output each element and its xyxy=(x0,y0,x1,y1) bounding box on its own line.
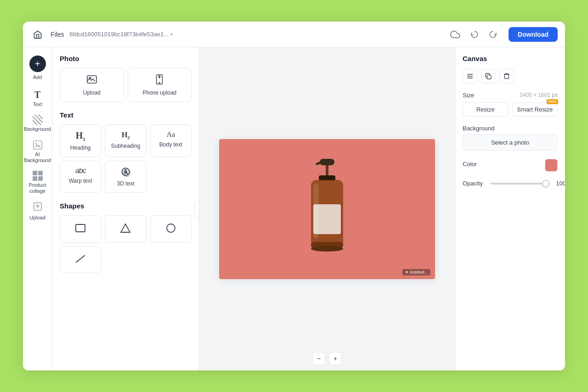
warp-text-tool-card[interactable]: abc Warp text xyxy=(60,161,101,193)
panel-collapse-handle[interactable]: ‹ xyxy=(194,201,199,217)
right-panel: Canvas xyxy=(455,47,565,370)
background-label: Background xyxy=(463,125,558,132)
phone-upload-icon xyxy=(154,74,164,87)
text-section: Text H1 Heading H2 Subheading Aa Body te… xyxy=(60,111,192,193)
line-icon xyxy=(75,254,86,265)
opacity-slider[interactable] xyxy=(490,183,549,185)
body-text-tool-label: Body text xyxy=(159,141,182,148)
upload-tool-label: Upload xyxy=(83,90,101,96)
body-text-tool-card[interactable]: Aa Body text xyxy=(150,124,192,157)
product-collage-icon xyxy=(33,171,43,181)
svg-rect-20 xyxy=(487,75,491,79)
photo-section-title: Photo xyxy=(60,55,192,62)
sidebar-item-label-upload: Upload xyxy=(29,215,45,221)
ai-background-icon xyxy=(33,140,43,150)
heading-tool-label: Heading xyxy=(70,145,91,151)
canvas-action-buttons xyxy=(463,69,558,84)
download-button[interactable]: Download xyxy=(509,27,558,42)
redo-button[interactable] xyxy=(486,28,499,41)
add-icon: + xyxy=(29,56,46,72)
sidebar-item-upload[interactable]: Upload xyxy=(25,199,51,224)
svg-point-6 xyxy=(159,82,160,83)
size-value: 2400 × 1601 px xyxy=(520,92,558,98)
sidebar-item-product-collage[interactable]: Product collage xyxy=(25,168,51,197)
text-icon: T xyxy=(34,90,40,100)
left-sidebar: + Add T Text Background AI Bac xyxy=(23,47,52,370)
svg-rect-12 xyxy=(326,163,328,177)
cloud-icon[interactable] xyxy=(448,27,463,42)
3d-text-tool-card[interactable]: Ⓐ 3D text xyxy=(105,161,146,193)
heading-icon: H1 xyxy=(76,130,85,142)
sidebar-item-add[interactable]: + Add xyxy=(25,53,51,83)
canvas-area: ✦ insMind... − + xyxy=(199,47,455,370)
phone-upload-tool-label: Phone upload xyxy=(142,90,176,96)
sidebar-item-background[interactable]: Background xyxy=(25,112,51,135)
sidebar-item-label-background: Background xyxy=(24,126,51,132)
home-button[interactable] xyxy=(30,27,45,42)
resize-buttons: Resize Smart Resize Pro xyxy=(463,102,558,117)
main-area: + Add T Text Background AI Bac xyxy=(23,47,565,370)
svg-point-19 xyxy=(311,246,343,252)
canvas-content[interactable]: ✦ insMind... xyxy=(219,139,435,279)
rectangle-shape-card[interactable] xyxy=(60,215,101,243)
size-section: Size 2400 × 1601 px Resize Smart Resize … xyxy=(463,92,558,117)
shapes-grid xyxy=(60,215,192,273)
canvas-panel-title: Canvas xyxy=(463,55,558,62)
sidebar-item-label-text: Text xyxy=(33,101,42,107)
text-tools-grid: H1 Heading H2 Subheading Aa Body text ab… xyxy=(60,124,192,193)
shapes-section: Shapes xyxy=(60,202,192,273)
color-swatch[interactable] xyxy=(545,159,558,172)
tools-panel: Photo Upload xyxy=(52,47,199,370)
canvas-bottom-controls: − + xyxy=(312,352,342,365)
color-label: Color xyxy=(463,161,477,168)
triangle-icon xyxy=(120,223,131,235)
triangle-shape-card[interactable] xyxy=(105,215,146,243)
pro-badge: Pro xyxy=(547,99,558,104)
watermark: ✦ insMind... xyxy=(402,269,430,275)
duplicate-action-button[interactable] xyxy=(481,69,496,84)
sidebar-item-ai-background[interactable]: AI Background xyxy=(25,137,51,166)
files-link[interactable]: Files xyxy=(51,31,64,38)
chevron-down-icon: ▾ xyxy=(170,32,173,37)
smart-resize-button[interactable]: Smart Resize Pro xyxy=(512,102,558,117)
color-section: Color xyxy=(463,159,558,172)
opacity-section: Opacity 100 xyxy=(463,180,558,187)
photo-tools-grid: Upload Phone upload xyxy=(60,68,192,102)
circle-shape-card[interactable] xyxy=(150,215,192,243)
delete-action-button[interactable] xyxy=(499,69,514,84)
resize-button[interactable]: Resize xyxy=(463,102,509,117)
subheading-icon: H2 xyxy=(121,130,130,140)
zoom-in-button[interactable]: + xyxy=(329,352,342,365)
body-text-icon: Aa xyxy=(167,130,175,139)
sidebar-item-text[interactable]: T Text xyxy=(25,87,51,110)
color-row: Color xyxy=(463,159,558,172)
svg-point-8 xyxy=(167,224,175,232)
opacity-label: Opacity xyxy=(463,180,486,187)
heading-tool-card[interactable]: H1 Heading xyxy=(60,124,101,157)
style-action-button[interactable] xyxy=(463,69,477,84)
size-label: Size 2400 × 1601 px xyxy=(463,92,558,99)
phone-upload-tool-card[interactable]: Phone upload xyxy=(128,68,192,102)
background-icon xyxy=(33,115,43,125)
background-section: Background Select a photo xyxy=(463,125,558,151)
sidebar-item-label-ai-bg: AI Background xyxy=(24,151,51,163)
select-photo-button[interactable]: Select a photo xyxy=(463,134,558,151)
sidebar-item-label-add: Add xyxy=(33,74,42,80)
opacity-row: Opacity 100 xyxy=(463,180,558,187)
header: Files 6fdcd160051019bc18f73b4fe53ae1... … xyxy=(23,22,565,47)
filename-display[interactable]: 6fdcd160051019bc18f73b4fe53ae1... ▾ xyxy=(70,31,173,38)
upload-tool-card[interactable]: Upload xyxy=(60,68,124,102)
svg-rect-0 xyxy=(33,140,41,149)
line-shape-card[interactable] xyxy=(60,246,101,273)
canvas-image xyxy=(219,139,435,279)
svg-line-9 xyxy=(76,255,85,263)
smart-resize-label: Smart Resize xyxy=(517,106,553,113)
subheading-tool-label: Subheading xyxy=(111,143,140,149)
undo-button[interactable] xyxy=(468,28,481,41)
upload-icon xyxy=(33,202,43,213)
3d-text-tool-label: 3D text xyxy=(117,180,134,187)
zoom-out-button[interactable]: − xyxy=(312,352,325,365)
sidebar-item-label-collage: Product collage xyxy=(28,182,47,194)
rectangle-icon xyxy=(75,224,86,235)
subheading-tool-card[interactable]: H2 Subheading xyxy=(105,124,146,157)
